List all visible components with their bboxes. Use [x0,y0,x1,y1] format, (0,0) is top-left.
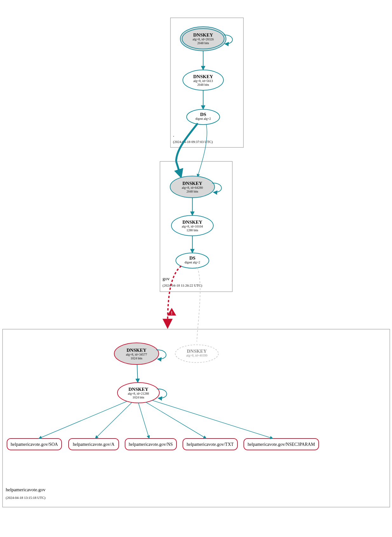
gov-ds-title: DS [189,255,195,261]
hav-zsk-bits: 1024 bits [133,396,144,399]
edge-root-ds-gov-ksk-thin [197,125,207,177]
gov-ds-detail: digest alg=2 [184,261,200,264]
gov-ksk-node[interactable]: DNSKEY alg=8, id=64280 2048 bits [170,176,215,198]
gov-zsk-detail: alg=8, id=10104 [182,225,203,228]
hav-ghost-node[interactable]: DNSKEY alg=8, id=40399 [175,345,218,363]
root-zsk-bits: 2048 bits [197,83,209,86]
svg-text:!: ! [171,311,173,316]
rrset-a[interactable]: helpamericavote.gov/A [69,438,119,450]
rrset-n3p[interactable]: helpamericavote.gov/NSEC3PARAM [244,438,319,450]
zone-root-label: . [173,133,174,138]
edge-zsk-a [95,403,132,438]
hav-ghost-title: DNSKEY [187,349,207,354]
hav-ksk-bits: 1024 bits [131,357,143,360]
rrset-n3p-label: helpamericavote.gov/NSEC3PARAM [248,442,315,447]
rrset-txt[interactable]: helpamericavote.gov/TXT [183,438,237,450]
dnssec-diagram: DNSKEY alg=8, id=20326 2048 bits DNSKEY … [0,0,392,537]
rrset-a-label: helpamericavote.gov/A [73,442,115,447]
root-zsk-detail: alg=8, id=5613 [193,79,213,83]
edge-zsk-n3p [152,400,273,438]
root-ksk-title: DNSKEY [193,32,213,37]
edge-zsk-ns [138,403,149,438]
edge-root-ds-gov-ksk-thick2 [176,161,181,177]
hav-ksk-title: DNSKEY [127,348,147,353]
edge-zsk-soa [39,401,127,438]
root-ksk-node[interactable]: DNSKEY alg=8, id=20326 2048 bits [180,27,226,51]
zone-gov-time: (2024-04-18 11:26:22 UTC) [163,283,202,288]
hav-zsk-title: DNSKEY [129,387,149,392]
gov-ksk-detail: alg=8, id=64280 [182,186,203,189]
hav-ksk-detail: alg=8, id=34577 [126,353,147,356]
hav-ghost-detail: alg=8, id=40399 [186,354,207,357]
gov-ksk-bits: 2048 bits [187,190,198,193]
root-ds-node[interactable]: DS digest alg=2 [187,109,220,125]
root-ksk-bits: 2048 bits [197,41,209,45]
root-ksk-detail: alg=8, id=20326 [193,37,214,41]
rrset-ns[interactable]: helpamericavote.gov/NS [125,438,176,450]
warning-icon: ! [167,308,176,316]
rrset-ns-label: helpamericavote.gov/NS [129,442,173,447]
edge-hav-ksk-zsk [137,364,138,383]
rrset-txt-label: helpamericavote.gov/TXT [187,442,234,447]
gov-zsk-bits: 1280 bits [187,228,198,232]
gov-zsk-node[interactable]: DNSKEY alg=8, id=10104 1280 bits [171,215,213,236]
gov-ksk-title: DNSKEY [183,181,203,186]
root-ds-detail: digest alg=2 [195,117,211,120]
root-zsk-node[interactable]: DNSKEY alg=8, id=5613 2048 bits [183,70,223,90]
hav-zsk-node[interactable]: DNSKEY alg=8, id=21288 1024 bits [117,383,159,403]
edge-gov-ds-ghost [197,268,200,342]
zone-gov-label: gov [163,276,170,281]
zone-root-time: (2024-04-18 09:37:03 UTC) [173,140,213,144]
hav-ksk-node[interactable]: DNSKEY alg=8, id=34577 1024 bits [114,343,159,364]
zone-hav-time: (2024-04-18 13:15:18 UTC) [6,496,46,500]
rrset-soa[interactable]: helpamericavote.gov/SOA [7,438,62,450]
root-ds-title: DS [200,112,206,117]
zone-hav-label: helpamericavote.gov [6,487,46,492]
hav-zsk-detail: alg=8, id=21288 [128,392,149,395]
edge-gov-ds-hav-ksk-red [168,266,181,328]
root-zsk-title: DNSKEY [193,74,213,79]
gov-zsk-title: DNSKEY [183,220,203,225]
rrset-soa-label: helpamericavote.gov/SOA [11,442,58,447]
